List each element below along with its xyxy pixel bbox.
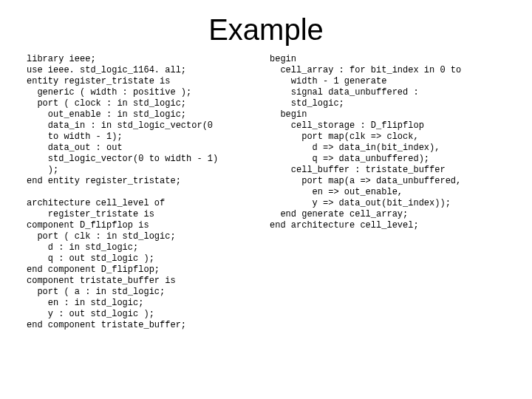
page-title: Example [27, 13, 505, 47]
slide: Example library ieee; use ieee. std_logi… [0, 0, 532, 399]
code-left: library ieee; use ieee. std_logic_1164. … [27, 54, 262, 331]
code-right: begin cell_array : for bit_index in 0 to… [270, 54, 505, 331]
code-columns: library ieee; use ieee. std_logic_1164. … [27, 54, 505, 331]
